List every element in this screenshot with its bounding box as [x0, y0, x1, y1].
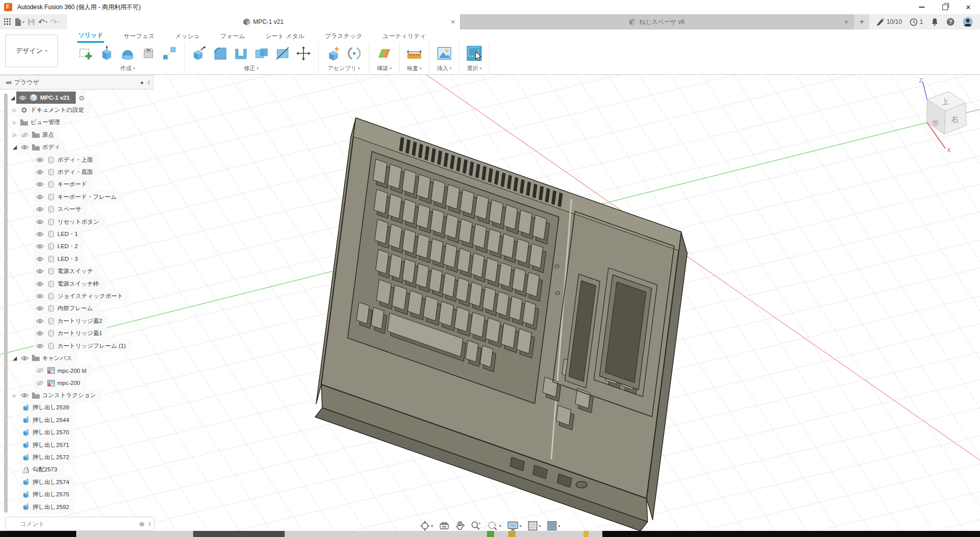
visibility-eye-icon[interactable]	[35, 256, 44, 262]
browser-item[interactable]: 押し出し2570	[0, 427, 152, 439]
tab-close-icon[interactable]: ×	[844, 18, 848, 26]
measure-tool-icon[interactable]	[405, 43, 424, 64]
visibility-eye-icon[interactable]	[35, 268, 44, 274]
ribbon-group-label[interactable]: 挿入▾	[437, 65, 451, 72]
add-comment-icon[interactable]: ⊕	[139, 520, 145, 528]
collapsed-icon[interactable]: ▷	[11, 393, 18, 398]
browser-item[interactable]: カートリッジフレーム (1)	[0, 340, 152, 352]
ribbon-group-label[interactable]: 修正▾	[244, 65, 259, 72]
visibility-eye-icon[interactable]	[35, 331, 44, 336]
visibility-eye-icon[interactable]	[35, 169, 44, 175]
visibility-eye-icon[interactable]	[35, 244, 44, 249]
fit-view-tool[interactable]: ▾	[485, 520, 503, 532]
browser-item[interactable]: ▷ドキュメントの設定	[0, 104, 152, 116]
chevron-down-icon[interactable]: ▾	[539, 524, 541, 528]
look-at-tool[interactable]	[438, 520, 451, 531]
browser-item[interactable]: 押し出し2539	[0, 402, 152, 414]
visibility-eye-icon[interactable]	[35, 231, 44, 237]
browser-item[interactable]: キーボード・フレーム	[0, 191, 152, 203]
pattern-tool-icon[interactable]	[160, 43, 179, 64]
visibility-eye-icon[interactable]	[35, 293, 44, 299]
visibility-eye-icon[interactable]	[20, 132, 29, 138]
tab-close-icon[interactable]: ×	[451, 18, 455, 26]
grid-snap-tool[interactable]: ▾	[526, 520, 542, 532]
comment-bar[interactable]: コメント ⊕ ‖	[5, 517, 155, 531]
visibility-eye-icon[interactable]	[20, 393, 29, 398]
newcomp-tool-icon[interactable]	[324, 43, 343, 64]
ribbon-group-label[interactable]: 選択▾	[467, 65, 481, 72]
browser-item[interactable]: ▷ビュー管理	[0, 116, 152, 129]
visibility-eye-icon[interactable]	[35, 281, 44, 287]
browser-item[interactable]: ▷コンストラクション	[0, 389, 152, 401]
visibility-eye-icon[interactable]	[35, 380, 44, 386]
image-tool-icon[interactable]	[435, 43, 454, 64]
browser-item[interactable]: カートリッジ蓋1	[0, 327, 152, 339]
orbit-tool[interactable]: ▾	[418, 520, 435, 532]
expanded-icon[interactable]: ◢	[11, 144, 18, 151]
visibility-eye-icon[interactable]	[35, 194, 44, 200]
ribbon-tab[interactable]: シート メタル	[264, 31, 305, 42]
restore-button[interactable]	[933, 0, 957, 14]
view-cube[interactable]: Z X 上 前 右	[912, 76, 977, 155]
undo-icon[interactable]: ↶▾	[38, 17, 47, 27]
visibility-eye-icon[interactable]	[20, 144, 29, 150]
chevron-down-icon[interactable]: ▾	[558, 524, 560, 528]
chevron-down-icon[interactable]: ▾	[499, 524, 501, 528]
split-tool-icon[interactable]	[273, 43, 292, 64]
ribbon-tab[interactable]: メッシュ	[174, 31, 201, 42]
browser-item[interactable]: ▷原点	[0, 129, 152, 141]
display-settings-tool[interactable]: ▾	[506, 520, 523, 532]
browser-item[interactable]: スペーサ	[0, 203, 152, 216]
collapsed-icon[interactable]: ▷	[11, 108, 18, 113]
recent-activity[interactable]: 1	[910, 18, 923, 26]
notifications[interactable]	[931, 18, 938, 26]
visibility-eye-icon[interactable]	[35, 206, 44, 212]
panel-grip[interactable]: ‖	[147, 79, 150, 85]
browser-item[interactable]: カートリッジ蓋2	[0, 315, 152, 327]
browser-item[interactable]: 押し出し2574	[0, 476, 152, 488]
browser-item[interactable]: リセットボタン	[0, 216, 152, 228]
file-menu-icon[interactable]: ▾	[14, 18, 24, 26]
viewports-tool[interactable]: ▾	[545, 520, 562, 532]
browser-item[interactable]: 勾配2573	[0, 464, 152, 476]
browser-root-row[interactable]: ◢ MPC-1 v21 ⊙	[0, 92, 152, 104]
ribbon-group-label[interactable]: アセンブリ▾	[328, 65, 360, 72]
browser-item[interactable]: ◢ボディ	[0, 141, 152, 154]
collapsed-icon[interactable]: ▷	[11, 132, 18, 137]
browser-item[interactable]: 押し出し2592	[0, 501, 152, 513]
hole-tool-icon[interactable]	[139, 43, 158, 64]
presspull-tool-icon[interactable]	[190, 43, 209, 64]
save-icon[interactable]	[27, 18, 35, 26]
browser-item[interactable]: キーボード	[0, 178, 152, 191]
collapse-panel-icon[interactable]: ◀◀	[5, 80, 10, 85]
shell-tool-icon[interactable]	[231, 43, 251, 64]
joint-tool-icon[interactable]	[345, 43, 364, 64]
browser-item[interactable]: mpc-200	[0, 377, 152, 389]
app-grid-menu-icon[interactable]	[4, 18, 11, 25]
help[interactable]: ?	[946, 18, 955, 26]
activate-radio-icon[interactable]: ⊙	[79, 94, 84, 102]
browser-item[interactable]: 電源スイッチ枠	[0, 278, 152, 290]
visibility-eye-icon[interactable]	[20, 355, 29, 361]
browser-item[interactable]: 押し出し2575	[0, 489, 152, 501]
extrude-tool-icon[interactable]	[97, 43, 116, 64]
job-status[interactable]: 10/10	[876, 18, 902, 26]
visibility-eye-icon[interactable]	[35, 318, 44, 324]
ribbon-tab[interactable]: プラスチック	[324, 31, 363, 42]
visibility-eye-icon[interactable]	[35, 157, 44, 163]
workspace-selector[interactable]: デザイン ▾	[5, 35, 58, 67]
new-document-tab-button[interactable]: +	[853, 14, 869, 29]
combine-tool-icon[interactable]	[252, 43, 271, 64]
user-account[interactable]	[963, 17, 973, 27]
browser-item[interactable]: LED・2	[0, 241, 152, 253]
move-tool-icon[interactable]	[294, 43, 313, 64]
revolve-tool-icon[interactable]	[118, 43, 137, 64]
document-tab-active[interactable]: MPC-1 v21 ×	[67, 14, 460, 29]
browser-item[interactable]: ボディ・底面	[0, 166, 152, 178]
ribbon-group-label[interactable]: 作成▾	[120, 65, 135, 72]
ribbon-tab[interactable]: ユーティリティ	[382, 31, 427, 42]
ribbon-group-label[interactable]: 構築▾	[377, 65, 391, 72]
comment-grip[interactable]: ‖	[148, 521, 151, 527]
ribbon-group-label[interactable]: 検査▾	[407, 65, 421, 72]
fillet-tool-icon[interactable]	[210, 43, 230, 64]
